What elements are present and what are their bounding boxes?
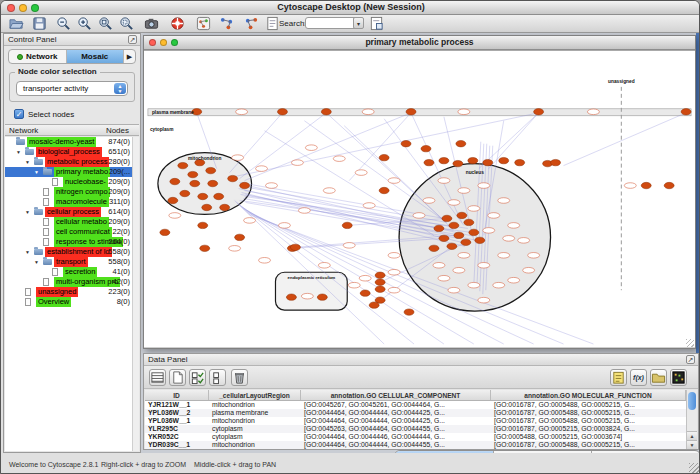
advanced-search-icon[interactable] [369, 16, 384, 31]
graph-node-label[interactable] [169, 213, 181, 219]
graph-node-label[interactable] [493, 282, 505, 288]
graph-node-label[interactable] [433, 262, 445, 268]
expander-icon[interactable]: ▼ [16, 147, 21, 157]
graph-node-label[interactable] [388, 287, 400, 293]
graph-node-label[interactable] [256, 166, 268, 172]
attribute-table[interactable]: ID_cellularLayoutRegionannotation.GO CEL… [145, 390, 687, 449]
graph-node-label[interactable] [468, 282, 480, 288]
graph-node[interactable] [404, 309, 414, 315]
scrollbar-thumb[interactable] [688, 392, 696, 410]
graph-node[interactable] [342, 222, 352, 228]
open-icon[interactable] [9, 16, 24, 31]
graph-node[interactable] [375, 279, 385, 285]
help-ring-icon[interactable] [170, 16, 185, 31]
tab-mosaic[interactable]: Mosaic [67, 50, 125, 63]
tab-overflow-arrow[interactable]: ▶ [124, 50, 135, 63]
graph-node-label[interactable] [305, 145, 317, 151]
table-row[interactable]: YPL036W__1mitochondrion[GO:0044464, GO:0… [145, 417, 687, 425]
network-overview-icon[interactable] [196, 16, 211, 31]
tree-row[interactable]: ▼primary metabo209(... [5, 167, 133, 177]
graph-node-label[interactable] [523, 267, 535, 273]
graph-node-label[interactable] [448, 287, 460, 293]
graph-node-label[interactable] [518, 238, 530, 244]
graph-node-label[interactable] [362, 109, 374, 115]
select-nodes-checkbox-row[interactable]: ✓ Select nodes [14, 108, 74, 120]
graph-node[interactable] [375, 286, 385, 292]
column-header[interactable]: _cellularLayoutRegion [209, 390, 301, 400]
graph-node[interactable] [180, 190, 190, 196]
table-row[interactable]: YPL036W__2plasma membrane[GO:0044464, GO… [145, 409, 687, 417]
graph-node[interactable] [429, 245, 439, 251]
graph-node[interactable] [449, 222, 459, 228]
table-row[interactable]: YKR052Ccytoplasm[GO:0044464, GO:0044446,… [145, 433, 687, 441]
graph-node-label[interactable] [363, 203, 375, 209]
graph-node[interactable] [188, 171, 198, 177]
attribute-grid-icon[interactable] [149, 369, 166, 386]
scroll-up-arrow[interactable]: ▲ [687, 431, 697, 440]
graph-node[interactable] [198, 193, 208, 199]
graph-node[interactable] [202, 204, 212, 210]
graph-node-label[interactable] [458, 109, 470, 115]
graph-node-label[interactable] [291, 160, 303, 166]
graph-node[interactable] [379, 154, 389, 160]
table-row[interactable]: YLR295Ccytoplasm[GO:0045263, GO:0044464,… [145, 425, 687, 433]
tree-row[interactable]: nitrogen compo209(0) [5, 187, 133, 197]
graph-node[interactable] [240, 182, 250, 188]
select-attributes-icon[interactable] [189, 369, 206, 386]
graph-node-label[interactable] [624, 183, 636, 189]
window-resize-grip[interactable] [689, 463, 699, 473]
graph-node[interactable] [421, 145, 431, 151]
select-nodes-checkbox[interactable]: ✓ [14, 109, 24, 119]
graph-node-label[interactable] [232, 155, 244, 161]
graph-node[interactable] [317, 294, 327, 300]
graph-node-label[interactable] [508, 277, 520, 283]
graph-node-label[interactable] [468, 206, 480, 212]
graph-node-label[interactable] [318, 262, 330, 268]
graph-node[interactable] [442, 215, 452, 221]
graph-node-label[interactable] [229, 246, 241, 252]
graph-node[interactable] [208, 180, 218, 186]
graph-node-label[interactable] [266, 183, 278, 189]
snapshot-camera-icon[interactable] [144, 16, 159, 31]
graph-node[interactable] [290, 244, 300, 250]
tree-row[interactable]: secretion41(0) [5, 267, 133, 277]
graph-node-label[interactable] [438, 178, 450, 184]
graph-node-label[interactable] [423, 198, 435, 204]
graph-node-label[interactable] [388, 253, 400, 259]
graph-node-label[interactable] [448, 200, 460, 206]
graph-node-label[interactable] [478, 297, 490, 303]
graph-node[interactable] [483, 159, 493, 165]
frame-resize-grip[interactable] [686, 339, 694, 347]
zoom-selected-icon[interactable] [119, 16, 134, 31]
control-panel-float-icon[interactable]: ↗ [128, 35, 137, 44]
graph-node-label[interactable] [298, 208, 310, 214]
graph-node-label[interactable] [359, 275, 371, 281]
graph-node-label[interactable] [236, 109, 248, 115]
graph-node[interactable] [515, 159, 525, 165]
new-attribute-icon[interactable] [169, 369, 186, 386]
graph-node[interactable] [170, 178, 180, 184]
tree-row[interactable]: ▼establishment of lo558(0) [5, 247, 133, 257]
unselect-attributes-icon[interactable] [209, 369, 226, 386]
graph-node[interactable] [286, 294, 296, 300]
graph-node[interactable] [475, 237, 485, 243]
graph-node-label[interactable] [508, 223, 520, 229]
expander-icon[interactable]: ▼ [25, 157, 30, 167]
graph-node-label[interactable] [488, 213, 500, 219]
graph-node[interactable] [453, 160, 463, 166]
graph-node-label[interactable] [587, 109, 599, 115]
plasma-membrane-bar[interactable] [148, 109, 691, 116]
node-color-dropdown[interactable]: transporter activity ▲▼ [16, 81, 128, 96]
tree-row[interactable]: ▼transport558(0) [5, 257, 133, 267]
graph-node[interactable] [200, 245, 210, 251]
tree-row[interactable]: multi-organism pro42(0) [5, 277, 133, 287]
column-header[interactable]: ID [145, 390, 209, 400]
graph-node-label[interactable] [478, 262, 490, 268]
notes-icon[interactable] [610, 369, 627, 386]
graph-node[interactable] [198, 222, 208, 228]
graph-node-label[interactable] [333, 156, 345, 162]
graph-node-label[interactable] [244, 218, 256, 224]
tree-row[interactable]: ▼cellular process614(0) [5, 207, 133, 217]
tree-row[interactable]: macromolecule311(0) [5, 197, 133, 207]
graph-node-label[interactable] [438, 275, 450, 281]
